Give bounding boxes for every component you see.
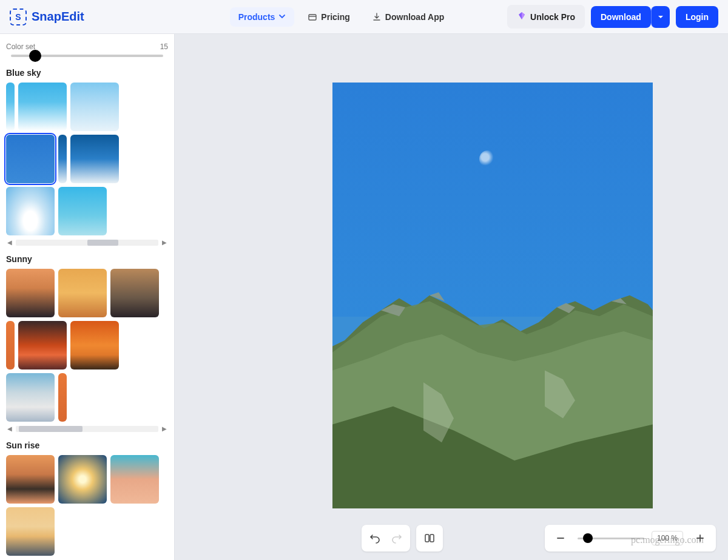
compare-icon [424, 533, 435, 544]
sky-thumbnail[interactable] [18, 83, 67, 131]
undo-icon [369, 533, 380, 544]
sky-thumbnail[interactable] [6, 187, 55, 235]
redo-button[interactable] [387, 528, 406, 548]
sky-thumbnail[interactable] [110, 455, 159, 504]
color-set-label: Color set [6, 42, 35, 51]
scroll-right-icon[interactable]: ▶ [161, 425, 168, 432]
download-caret-button[interactable] [651, 6, 670, 28]
bottom-toolbar: 100 % [362, 525, 716, 552]
section-sun-rise: Sun rise [6, 440, 168, 450]
sky-thumbnail-selected[interactable] [6, 135, 55, 183]
nav-products[interactable]: Products [230, 7, 295, 27]
plus-icon [696, 534, 704, 542]
zoom-value[interactable]: 100 % [652, 531, 683, 545]
sky-thumbnail[interactable] [58, 135, 67, 183]
sidebar[interactable]: Color set 15 Blue sky ◀ ▶ Sunny ◀ ▶ [0, 34, 175, 560]
color-set-row: Color set 15 [6, 42, 168, 51]
blue-sky-grid [6, 83, 168, 235]
caret-down-icon [658, 12, 664, 22]
sky-thumbnail[interactable] [70, 83, 119, 131]
color-set-value: 15 [160, 42, 168, 51]
scroll-left-icon[interactable]: ◀ [6, 239, 13, 246]
sunny-scrollbar[interactable]: ◀ ▶ [6, 425, 168, 432]
zoom-slider[interactable] [578, 538, 644, 539]
blue-sky-scrollbar[interactable]: ◀ ▶ [6, 239, 168, 246]
logo-icon: S [10, 8, 27, 25]
slider-thumb[interactable] [29, 50, 41, 62]
sky-thumbnail[interactable] [6, 455, 55, 504]
sunny-grid [6, 269, 168, 422]
sky-thumbnail[interactable] [58, 455, 107, 504]
canvas-area: 100 % pc.mogeringo.com [175, 34, 728, 560]
color-set-slider[interactable] [11, 55, 163, 57]
sky-thumbnail[interactable] [58, 269, 107, 317]
app-logo[interactable]: S SnapEdit [10, 8, 84, 25]
sky-thumbnail[interactable] [70, 135, 119, 183]
moon-icon [479, 150, 496, 167]
unlock-pro-button[interactable]: Unlock Pro [507, 5, 585, 29]
sky-thumbnail[interactable] [6, 321, 15, 369]
nav-download-app[interactable]: Download App [363, 7, 453, 27]
section-sunny: Sunny [6, 254, 168, 264]
sun-rise-grid [6, 455, 168, 556]
svg-rect-2 [425, 535, 429, 542]
sky-thumbnail[interactable] [6, 83, 15, 131]
section-blue-sky: Blue sky [6, 68, 168, 78]
download-button[interactable]: Download [591, 6, 651, 28]
sky-thumbnail[interactable] [110, 269, 159, 317]
download-icon [372, 12, 382, 22]
zoom-controls: 100 % [545, 525, 716, 552]
sky-thumbnail[interactable] [6, 269, 55, 317]
undo-button[interactable] [365, 528, 385, 548]
scroll-left-icon[interactable]: ◀ [6, 425, 13, 432]
zoom-out-button[interactable] [551, 528, 570, 548]
svg-rect-3 [430, 535, 434, 542]
redo-icon [391, 533, 402, 544]
pricing-icon [308, 12, 317, 22]
nav-center: Products Pricing Download App [230, 7, 453, 27]
svg-rect-0 [309, 15, 316, 20]
canvas-image[interactable] [332, 83, 653, 508]
zoom-in-button[interactable] [690, 528, 710, 548]
sky-thumbnail[interactable] [58, 373, 67, 422]
header-right: Unlock Pro Download Login [507, 5, 718, 29]
minus-icon [556, 534, 565, 542]
diamond-icon [517, 11, 527, 22]
sky-thumbnail[interactable] [70, 321, 119, 369]
nav-pricing[interactable]: Pricing [299, 7, 358, 27]
sky-thumbnail[interactable] [6, 373, 55, 422]
scroll-right-icon[interactable]: ▶ [161, 239, 168, 246]
compare-group [416, 525, 443, 552]
compare-button[interactable] [420, 528, 439, 548]
sky-thumbnail[interactable] [58, 187, 107, 235]
zoom-slider-thumb[interactable] [583, 533, 593, 543]
logo-text: SnapEdit [32, 10, 84, 24]
app-header: S SnapEdit Products Pricing Download App [0, 0, 728, 34]
chevron-down-icon [278, 12, 286, 22]
login-button[interactable]: Login [676, 6, 718, 28]
mountain-graphic [332, 274, 653, 508]
history-group [362, 525, 410, 552]
sky-thumbnail[interactable] [6, 507, 55, 556]
sky-thumbnail[interactable] [18, 321, 67, 369]
